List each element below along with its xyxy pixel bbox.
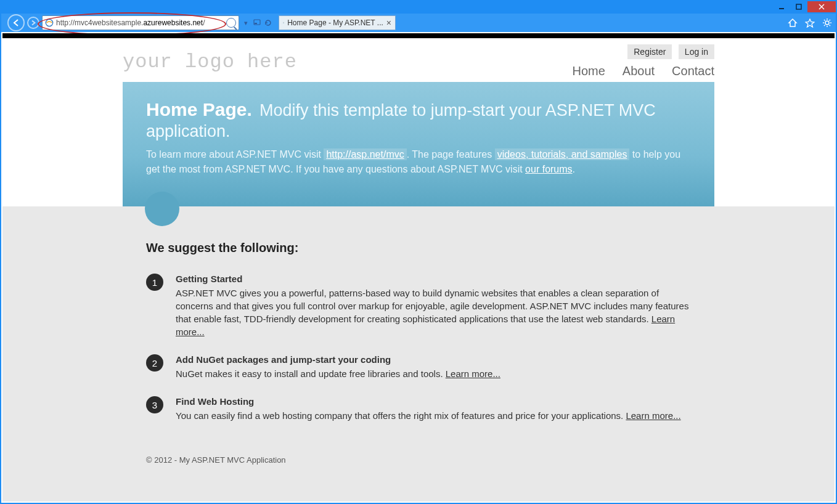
refresh-icon[interactable] (264, 18, 272, 27)
register-link[interactable]: Register (627, 44, 672, 59)
dropdown-icon[interactable]: ▾ (242, 18, 250, 27)
site-logo: your logo here (123, 51, 297, 78)
gear-icon[interactable] (822, 18, 832, 28)
item-body: ASP.NET MVC gives you a powerful, patter… (176, 288, 688, 324)
browser-tab[interactable]: Home Page - My ASP.NET ... × (279, 15, 396, 30)
hero-paragraph: To learn more about ASP.NET MVC visit ht… (146, 147, 691, 177)
compatibility-icon[interactable] (253, 18, 261, 27)
svg-rect-1 (796, 4, 801, 9)
favorites-icon[interactable] (805, 18, 815, 28)
svg-line-15 (824, 25, 825, 26)
nav-contact[interactable]: Contact (672, 64, 714, 78)
hero-banner: Home Page. Modify this template to jump-… (123, 82, 714, 206)
list-item: 3 Find Web Hosting You can easily find a… (146, 395, 691, 422)
learn-more-link[interactable]: Learn more... (626, 410, 680, 421)
back-button[interactable] (7, 14, 25, 31)
list-item: 2 Add NuGet packages and jump-start your… (146, 353, 691, 380)
step-number: 2 (146, 354, 163, 372)
nav-home[interactable]: Home (572, 64, 605, 78)
hero-link-forums[interactable]: our forums (525, 164, 572, 174)
item-body: NuGet makes it easy to install and updat… (176, 368, 446, 379)
item-title: Getting Started (176, 272, 691, 285)
svg-line-13 (824, 20, 825, 21)
item-title: Add NuGet packages and jump-start your c… (176, 353, 500, 366)
hero-link-samples[interactable]: videos, tutorials, and samples (495, 148, 630, 160)
item-title: Find Web Hosting (176, 395, 681, 408)
nav-about[interactable]: About (623, 64, 655, 78)
window-title-bar (1, 1, 836, 14)
hero-title: Home Page. (146, 99, 252, 120)
svg-line-14 (830, 25, 831, 26)
step-number: 1 (146, 274, 163, 291)
suggestions-heading: We suggest the following: (146, 241, 691, 255)
window-close-button[interactable] (807, 1, 836, 12)
list-item: 1 Getting Started ASP.NET MVC gives you … (146, 272, 691, 338)
page-footer: © 2012 - My ASP.NET MVC Application (146, 437, 691, 465)
hero-link-aspnet[interactable]: http://asp.net/mvc (324, 148, 406, 160)
hero-notch (145, 192, 179, 226)
tab-title: Home Page - My ASP.NET ... (287, 18, 383, 27)
home-icon[interactable] (788, 18, 798, 28)
forward-button[interactable] (27, 17, 39, 29)
main-nav: Home About Contact (572, 64, 714, 78)
ie-favicon-icon (283, 18, 284, 27)
svg-point-8 (825, 21, 829, 25)
url-text: http://mvc4websitesample.azurewebsites.n… (56, 18, 224, 27)
window-minimize-button[interactable] (773, 1, 790, 12)
window-maximize-button[interactable] (790, 1, 807, 12)
svg-rect-6 (255, 23, 257, 24)
top-strip (2, 33, 835, 38)
svg-line-16 (830, 20, 831, 21)
item-body: You can easily find a web hosting compan… (176, 410, 626, 421)
search-icon[interactable] (226, 18, 236, 28)
step-number: 3 (146, 396, 163, 413)
browser-nav-bar: http://mvc4websitesample.azurewebsites.n… (1, 14, 836, 32)
address-bar[interactable]: http://mvc4websitesample.azurewebsites.n… (42, 15, 239, 30)
ie-favicon-icon (45, 18, 54, 27)
login-link[interactable]: Log in (679, 44, 714, 59)
learn-more-link[interactable]: Learn more... (446, 368, 500, 379)
tab-close-icon[interactable]: × (386, 18, 391, 28)
